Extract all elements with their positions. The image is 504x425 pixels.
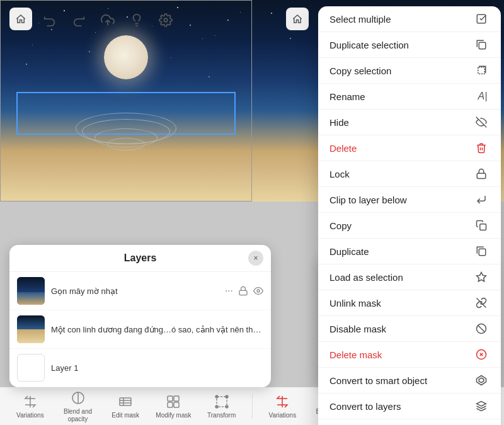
menu-item-hide[interactable]: Hide <box>318 110 501 135</box>
layers-close-button[interactable]: × <box>248 251 263 266</box>
menu-item-load-as-selection[interactable]: Load as selection <box>318 264 501 290</box>
menu-label-copy-selection: Copy selection <box>329 65 391 76</box>
menu-label-convert-smart: Convert to smart object <box>329 375 427 386</box>
layer-name-2: Một con linh dương đang đứng…ó sao, cảnh… <box>51 325 263 334</box>
menu-item-clip-to-layer[interactable]: Clip to layer below <box>318 187 501 213</box>
svg-rect-13 <box>480 224 486 230</box>
svg-line-18 <box>478 326 485 332</box>
menu-item-duplicate-selection[interactable]: Duplicate selection <box>318 32 501 58</box>
svg-rect-4 <box>239 290 247 295</box>
toolbar-btn-variations-right[interactable]: Variations <box>265 394 300 419</box>
modify-mask-icon-left <box>165 394 181 410</box>
menu-icon-select-multiple <box>476 13 490 25</box>
menu-item-merge-visible[interactable]: Merge visible <box>318 419 501 425</box>
canvas-bg-left <box>0 0 252 201</box>
menu-item-duplicate[interactable]: Duplicate <box>318 239 501 264</box>
menu-item-select-multiple[interactable]: Select multiple <box>318 6 501 32</box>
menu-icon-clip-to-layer <box>476 194 490 205</box>
home-button-right[interactable] <box>286 8 309 30</box>
menu-item-copy-selection[interactable]: Copy selection <box>318 58 501 84</box>
layer-name-3: Layer 1 <box>51 363 263 373</box>
layers-header: Layers × <box>9 245 271 272</box>
menu-item-convert-layers[interactable]: Convert to layers <box>318 394 501 419</box>
svg-point-5 <box>257 290 260 292</box>
layer-thumb-3 <box>17 354 45 382</box>
toolbar-label-modify-mask-left: Modify mask <box>156 412 191 419</box>
redo-button[interactable] <box>70 11 88 29</box>
menu-label-lock: Lock <box>329 169 350 179</box>
menu-icon-duplicate-selection <box>476 39 490 50</box>
svg-rect-35 <box>168 396 173 401</box>
svg-point-41 <box>226 395 228 398</box>
svg-rect-9 <box>479 42 486 49</box>
menu-icon-delete-mask <box>476 349 490 360</box>
menu-item-delete[interactable]: Delete <box>318 135 501 161</box>
layers-panel-left: Layers × Gọn mây mờ nhạt ··· <box>9 245 271 387</box>
edit-mask-icon-left <box>117 394 134 410</box>
menu-label-hide: Hide <box>329 117 349 128</box>
canvas-left <box>0 0 252 201</box>
layer-controls-1: ··· <box>225 285 263 297</box>
toolbar-center <box>41 11 175 29</box>
layer-eye-1[interactable] <box>253 286 263 296</box>
menu-label-load-as-selection: Load as selection <box>329 272 403 283</box>
menu-icon-hide <box>476 116 490 128</box>
svg-point-43 <box>226 405 228 408</box>
svg-point-42 <box>215 405 218 408</box>
variations-icon-right <box>274 394 290 410</box>
menu-item-disable-mask[interactable]: Disable mask <box>318 316 501 342</box>
menu-label-delete: Delete <box>329 143 357 154</box>
menu-label-rename: Rename <box>329 91 365 102</box>
svg-point-40 <box>215 395 218 398</box>
menu-item-unlink-mask[interactable]: Unlink mask <box>318 290 501 316</box>
menu-label-unlink-mask: Unlink mask <box>329 298 381 309</box>
svg-rect-8 <box>477 14 486 23</box>
toolbar-right-home <box>286 8 309 30</box>
toolbar-btn-transform-left[interactable]: Transform <box>204 394 239 419</box>
blend-icon-left <box>70 390 86 406</box>
menu-label-disable-mask: Disable mask <box>329 324 386 334</box>
svg-rect-36 <box>174 396 179 401</box>
menu-item-lock[interactable]: Lock <box>318 161 501 187</box>
ripple-area <box>76 113 176 150</box>
svg-marker-24 <box>477 402 486 407</box>
toolbar-label-edit-mask-left: Edit mask <box>112 412 139 419</box>
toolbar-btn-blend-left[interactable]: Blend andopacity <box>60 390 95 423</box>
svg-rect-31 <box>120 398 131 405</box>
menu-label-duplicate: Duplicate <box>329 246 369 257</box>
layer-item-1[interactable]: Gọn mây mờ nhạt ··· <box>9 272 271 310</box>
settings-button[interactable] <box>157 11 175 29</box>
menu-icon-duplicate <box>476 246 490 257</box>
toolbar-btn-variations-left[interactable]: Variations <box>13 394 47 419</box>
svg-rect-12 <box>477 173 486 178</box>
bottom-toolbar-left: Variations Blend andopacity <box>0 390 252 423</box>
bulb-button[interactable] <box>128 11 146 29</box>
svg-point-3 <box>164 18 168 22</box>
layer-lock-1[interactable] <box>238 286 248 296</box>
menu-item-rename[interactable]: Rename A| <box>318 84 501 110</box>
menu-icon-unlink-mask <box>476 297 490 309</box>
menu-icon-lock <box>476 168 490 179</box>
layer-item-2[interactable]: Một con linh dương đang đứng…ó sao, cảnh… <box>9 310 271 349</box>
home-button[interactable] <box>9 8 32 30</box>
toolbar-label-variations-right: Variations <box>268 412 296 419</box>
menu-label-convert-layers: Convert to layers <box>329 401 401 412</box>
share-button[interactable] <box>99 11 117 29</box>
svg-rect-39 <box>217 397 227 407</box>
toolbar-btn-edit-mask-left[interactable]: Edit mask <box>108 394 143 419</box>
layer-dots-1[interactable]: ··· <box>225 285 233 297</box>
svg-rect-38 <box>174 402 179 407</box>
toolbar-btn-modify-mask-left[interactable]: Modify mask <box>156 394 191 419</box>
variations-icon-left <box>22 394 38 410</box>
menu-icon-convert-smart <box>476 375 490 386</box>
menu-item-delete-mask[interactable]: Delete mask <box>318 342 501 368</box>
menu-icon-disable-mask <box>476 323 490 334</box>
menu-item-convert-smart[interactable]: Convert to smart object <box>318 368 501 394</box>
layer-name-1: Gọn mây mờ nhạt <box>51 286 219 296</box>
layer-item-3[interactable]: Layer 1 <box>9 349 271 387</box>
menu-item-copy[interactable]: Copy <box>318 213 501 239</box>
menu-icon-load-as-selection <box>476 271 490 283</box>
svg-marker-22 <box>477 376 486 385</box>
layer-thumb-1 <box>17 277 45 305</box>
undo-button[interactable] <box>41 11 59 29</box>
